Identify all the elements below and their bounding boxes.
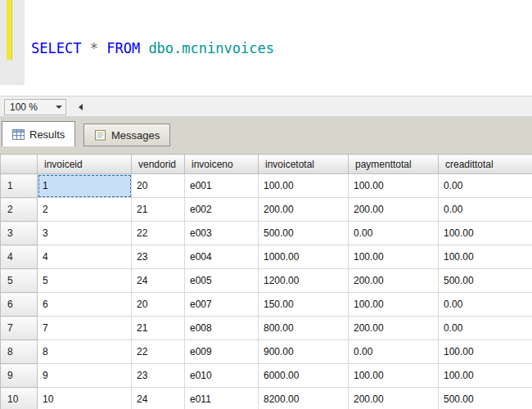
row-header[interactable]: 2 bbox=[1, 198, 38, 222]
grid-cell[interactable]: 0.00 bbox=[439, 198, 532, 222]
results-grid: invoiceidvendoridinvoicenoinvoicetotalpa… bbox=[0, 154, 532, 409]
tab-messages[interactable]: Messages bbox=[83, 124, 170, 146]
chevron-down-icon[interactable] bbox=[52, 100, 65, 115]
grid-cell[interactable]: e011 bbox=[185, 388, 259, 409]
grid-cell[interactable]: 4 bbox=[38, 245, 132, 269]
grid-cell[interactable]: 7 bbox=[38, 317, 132, 340]
grid-cell[interactable]: 2 bbox=[38, 198, 132, 222]
grid-cell[interactable]: 200.00 bbox=[259, 198, 349, 222]
ssms-query-window: SELECT * FROM dbo.mcninvoices 100 % Resu… bbox=[0, 0, 532, 409]
table-row: 4423e0041000.00100.00100.00 bbox=[1, 245, 532, 269]
column-header-invoicetotal[interactable]: invoicetotal bbox=[259, 155, 349, 174]
grid-cell[interactable]: 20 bbox=[132, 174, 185, 198]
grid-corner-cell[interactable] bbox=[1, 155, 38, 174]
row-header[interactable]: 6 bbox=[1, 293, 38, 317]
grid-cell[interactable]: 22 bbox=[132, 222, 185, 245]
column-header-vendorid[interactable]: vendorid bbox=[132, 155, 185, 174]
tab-results[interactable]: Results bbox=[2, 121, 75, 146]
grid-cell[interactable]: 8200.00 bbox=[259, 388, 349, 409]
grid-cell[interactable]: 100.00 bbox=[439, 364, 532, 388]
table-row: 5524e0051200.00200.00500.00 bbox=[1, 269, 532, 293]
zoom-value: 100 % bbox=[5, 101, 52, 113]
grid-cell[interactable]: 200.00 bbox=[349, 317, 439, 340]
column-header-creadittotal[interactable]: creadittotal bbox=[439, 155, 532, 174]
grid-cell[interactable]: e005 bbox=[185, 269, 259, 293]
row-header[interactable]: 1 bbox=[1, 174, 38, 198]
sql-star-operator: * bbox=[90, 40, 98, 56]
row-header[interactable]: 9 bbox=[1, 364, 38, 388]
row-header[interactable]: 8 bbox=[1, 340, 38, 364]
table-row: 3322e003500.000.00100.00 bbox=[1, 222, 532, 245]
grid-cell[interactable]: 0.00 bbox=[439, 317, 532, 340]
grid-cell[interactable]: 9 bbox=[38, 364, 132, 388]
grid-cell[interactable]: 3 bbox=[38, 222, 132, 245]
grid-cell[interactable]: 500.00 bbox=[439, 388, 532, 409]
grid-cell[interactable]: 21 bbox=[132, 198, 185, 222]
grid-cell[interactable]: 20 bbox=[132, 293, 185, 317]
column-header-paymenttotal[interactable]: paymenttotal bbox=[349, 155, 439, 174]
grid-cell[interactable]: 23 bbox=[132, 364, 185, 388]
messages-icon bbox=[94, 129, 106, 142]
grid-cell[interactable]: 6000.00 bbox=[259, 364, 349, 388]
grid-cell[interactable]: 24 bbox=[132, 269, 185, 293]
grid-cell[interactable]: 6 bbox=[38, 293, 132, 317]
grid-cell[interactable]: 0.00 bbox=[439, 174, 532, 198]
grid-cell[interactable]: 23 bbox=[132, 245, 185, 269]
zoom-select[interactable]: 100 % bbox=[4, 99, 66, 115]
grid-cell[interactable]: 0.00 bbox=[349, 340, 439, 364]
grid-cell[interactable]: 22 bbox=[132, 340, 185, 364]
grid-cell[interactable]: 21 bbox=[132, 317, 185, 340]
grid-cell[interactable]: e004 bbox=[185, 245, 259, 269]
grid-cell[interactable]: 8 bbox=[38, 340, 132, 364]
grid-cell[interactable]: 100.00 bbox=[439, 245, 532, 269]
row-header[interactable]: 4 bbox=[1, 245, 38, 269]
grid-cell[interactable]: 1200.00 bbox=[259, 269, 349, 293]
grid-cell[interactable]: 200.00 bbox=[349, 198, 439, 222]
grid-cell[interactable]: 0.00 bbox=[349, 222, 439, 245]
sql-editor[interactable]: SELECT * FROM dbo.mcninvoices bbox=[0, 0, 532, 96]
grid-cell[interactable]: 1 bbox=[38, 174, 132, 198]
grid-cell[interactable]: e003 bbox=[185, 222, 259, 245]
grid-cell[interactable]: 800.00 bbox=[259, 317, 349, 340]
grid-cell[interactable]: e002 bbox=[185, 198, 259, 222]
row-header[interactable]: 7 bbox=[1, 317, 38, 340]
grid-cell[interactable]: 100.00 bbox=[259, 174, 349, 198]
table-row: 101024e0118200.00200.00500.00 bbox=[1, 388, 532, 409]
grid-cell[interactable]: 5 bbox=[38, 269, 132, 293]
grid-cell[interactable]: 500.00 bbox=[439, 269, 532, 293]
grid-cell[interactable]: 1000.00 bbox=[259, 245, 349, 269]
change-tracking-bar bbox=[7, 0, 12, 60]
sql-keyword-from: FROM bbox=[106, 40, 140, 56]
row-header[interactable]: 3 bbox=[1, 222, 38, 245]
scroll-left-icon[interactable] bbox=[79, 104, 83, 110]
column-header-invoiceid[interactable]: invoiceid bbox=[38, 155, 132, 174]
grid-cell[interactable]: 200.00 bbox=[349, 269, 439, 293]
grid-cell[interactable]: e008 bbox=[185, 317, 259, 340]
row-header[interactable]: 10 bbox=[1, 388, 38, 409]
grid-cell[interactable]: 500.00 bbox=[259, 222, 349, 245]
grid-cell[interactable]: 100.00 bbox=[349, 245, 439, 269]
grid-cell[interactable]: 100.00 bbox=[349, 293, 439, 317]
results-grid-icon bbox=[12, 128, 25, 141]
grid-cell[interactable]: e009 bbox=[185, 340, 259, 364]
grid-cell[interactable]: e001 bbox=[185, 174, 259, 198]
grid-cell[interactable]: 100.00 bbox=[439, 222, 532, 245]
grid-cell[interactable]: 100.00 bbox=[439, 340, 532, 364]
grid-cell[interactable]: 150.00 bbox=[259, 293, 349, 317]
grid-header-row: invoiceidvendoridinvoicenoinvoicetotalpa… bbox=[1, 155, 532, 174]
grid-cell[interactable]: 24 bbox=[132, 388, 185, 409]
grid-cell[interactable]: 0.00 bbox=[439, 293, 532, 317]
row-header[interactable]: 5 bbox=[1, 269, 38, 293]
grid-cell[interactable]: e010 bbox=[185, 364, 259, 388]
table-row: 6620e007150.00100.000.00 bbox=[1, 293, 532, 317]
grid-cell[interactable]: 10 bbox=[38, 388, 132, 409]
sql-query-line[interactable]: SELECT * FROM dbo.mcninvoices bbox=[31, 41, 274, 56]
grid-cell[interactable]: 100.00 bbox=[349, 174, 439, 198]
column-header-invoiceno[interactable]: invoiceno bbox=[185, 155, 259, 174]
grid-cell[interactable]: 100.00 bbox=[349, 364, 439, 388]
results-pane: invoiceidvendoridinvoicenoinvoicetotalpa… bbox=[0, 154, 532, 409]
grid-cell[interactable]: e007 bbox=[185, 293, 259, 317]
grid-cell[interactable]: 200.00 bbox=[349, 388, 439, 409]
results-tabstrip: Results Messages bbox=[0, 117, 532, 154]
grid-cell[interactable]: 900.00 bbox=[259, 340, 349, 364]
